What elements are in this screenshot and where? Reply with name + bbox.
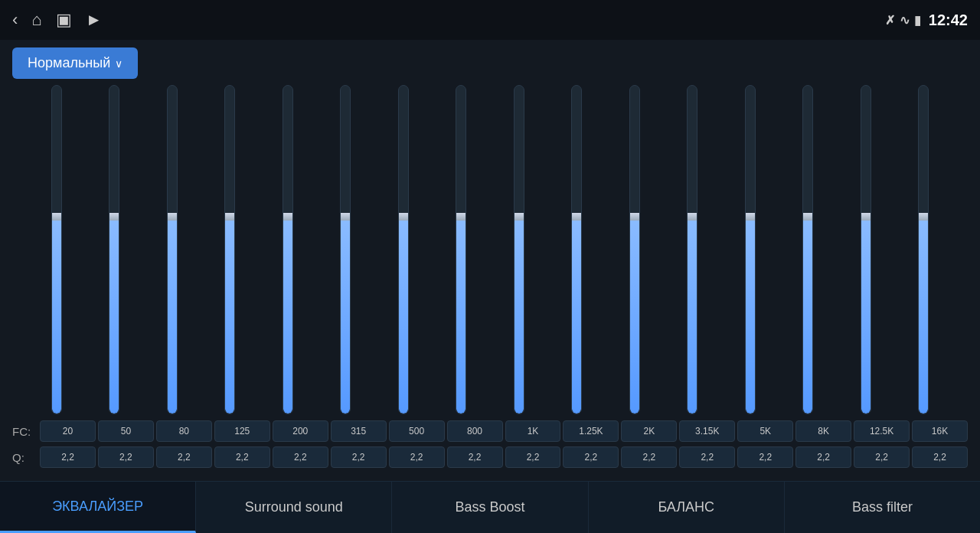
vertical-slider-9[interactable] [563, 85, 590, 414]
q-button-12[interactable]: 2,2 [737, 446, 793, 468]
slider-col-8 [490, 85, 548, 414]
slider-fill-4 [283, 217, 292, 414]
nav-tab-1[interactable]: Surround sound [196, 482, 392, 533]
slider-fill-0 [52, 217, 61, 414]
q-button-6[interactable]: 2,2 [389, 446, 445, 468]
vertical-slider-8[interactable] [505, 85, 533, 414]
nav-tab-0[interactable]: ЭКВАЛАЙЗЕР [0, 482, 196, 533]
slider-col-7 [433, 85, 491, 414]
slider-thumb-15[interactable] [918, 213, 929, 221]
vertical-slider-7[interactable] [447, 85, 475, 414]
q-buttons: 2,22,22,22,22,22,22,22,22,22,22,22,22,22… [40, 446, 968, 468]
slider-thumb-0[interactable] [51, 213, 62, 221]
fc-button-7[interactable]: 800 [447, 420, 503, 442]
slider-fill-3 [225, 217, 234, 414]
fc-button-11[interactable]: 3.15K [679, 420, 735, 442]
status-icons: ✗ ∿ ▮ [885, 13, 921, 28]
fc-buttons: 2050801252003155008001K1.25K2K3.15K5K8K1… [40, 420, 968, 442]
fc-button-0[interactable]: 20 [40, 420, 96, 442]
q-button-5[interactable]: 2,2 [331, 446, 387, 468]
fc-button-8[interactable]: 1K [505, 420, 561, 442]
vertical-slider-13[interactable] [794, 85, 822, 414]
slider-fill-10 [630, 217, 639, 414]
slider-thumb-14[interactable] [861, 213, 871, 221]
vertical-slider-4[interactable] [274, 85, 302, 414]
slider-thumb-4[interactable] [283, 213, 293, 221]
vertical-slider-3[interactable] [216, 85, 243, 414]
slider-thumb-11[interactable] [687, 213, 697, 221]
q-button-8[interactable]: 2,2 [505, 446, 561, 468]
nav-tab-4[interactable]: Bass filter [785, 482, 980, 533]
q-button-9[interactable]: 2,2 [563, 446, 619, 468]
slider-thumb-8[interactable] [514, 213, 524, 221]
q-button-3[interactable]: 2,2 [214, 446, 270, 468]
slider-thumb-7[interactable] [456, 213, 466, 221]
slider-thumb-13[interactable] [802, 213, 813, 221]
vertical-slider-11[interactable] [678, 85, 706, 414]
vertical-slider-0[interactable] [43, 85, 70, 414]
window-icon[interactable]: ▣ [56, 10, 72, 30]
fc-button-2[interactable]: 80 [156, 420, 212, 442]
slider-thumb-3[interactable] [224, 213, 235, 221]
vertical-slider-15[interactable] [910, 85, 937, 414]
vertical-slider-1[interactable] [100, 85, 128, 414]
q-button-13[interactable]: 2,2 [795, 446, 851, 468]
slider-track-11 [687, 85, 697, 414]
slider-thumb-6[interactable] [398, 213, 409, 221]
slider-track-7 [456, 85, 466, 414]
slider-fill-12 [746, 217, 755, 414]
q-label: Q: [12, 451, 40, 464]
q-button-11[interactable]: 2,2 [679, 446, 735, 468]
q-button-4[interactable]: 2,2 [273, 446, 328, 468]
q-button-7[interactable]: 2,2 [447, 446, 503, 468]
slider-thumb-12[interactable] [745, 213, 756, 221]
slider-col-5 [317, 85, 375, 414]
slider-fill-2 [168, 217, 177, 414]
q-button-15[interactable]: 2,2 [912, 446, 968, 468]
preset-label: Нормальный [28, 55, 110, 71]
slider-thumb-9[interactable] [571, 213, 582, 221]
preset-button[interactable]: Нормальный ∨ [12, 47, 138, 79]
nav-tab-3[interactable]: БАЛАНС [589, 482, 785, 533]
fc-button-5[interactable]: 315 [331, 420, 387, 442]
slider-thumb-1[interactable] [109, 213, 119, 221]
fc-label: FC: [12, 425, 40, 438]
vertical-slider-2[interactable] [158, 85, 186, 414]
fc-button-15[interactable]: 16K [912, 420, 968, 442]
fc-button-6[interactable]: 500 [389, 420, 445, 442]
fc-button-10[interactable]: 2K [621, 420, 677, 442]
slider-track-6 [398, 85, 409, 414]
vertical-slider-14[interactable] [852, 85, 880, 414]
q-button-2[interactable]: 2,2 [156, 446, 212, 468]
nav-tab-2[interactable]: Bass Boost [392, 482, 588, 533]
home-icon[interactable]: ⌂ [31, 10, 41, 30]
back-icon[interactable]: ‹ [12, 10, 18, 30]
vertical-slider-6[interactable] [390, 85, 417, 414]
fc-button-4[interactable]: 200 [273, 420, 328, 442]
fc-button-3[interactable]: 125 [214, 420, 270, 442]
fc-button-1[interactable]: 50 [98, 420, 154, 442]
q-button-1[interactable]: 2,2 [98, 446, 154, 468]
q-button-0[interactable]: 2,2 [40, 446, 96, 468]
slider-thumb-5[interactable] [340, 213, 351, 221]
slider-track-8 [514, 85, 524, 414]
q-button-14[interactable]: 2,2 [854, 446, 910, 468]
fc-button-9[interactable]: 1.25K [563, 420, 619, 442]
play-icon[interactable]: ► [86, 10, 103, 30]
fc-button-14[interactable]: 12.5K [854, 420, 910, 442]
fc-button-12[interactable]: 5K [737, 420, 793, 442]
slider-fill-6 [399, 217, 408, 414]
slider-fill-9 [572, 217, 581, 414]
q-button-10[interactable]: 2,2 [621, 446, 677, 468]
slider-track-1 [109, 85, 119, 414]
slider-thumb-10[interactable] [629, 213, 640, 221]
slider-track-4 [283, 85, 293, 414]
equalizer-area: FC: 2050801252003155008001K1.25K2K3.15K5… [12, 85, 968, 473]
fc-button-13[interactable]: 8K [795, 420, 851, 442]
vertical-slider-10[interactable] [621, 85, 648, 414]
vertical-slider-5[interactable] [332, 85, 359, 414]
vertical-slider-12[interactable] [737, 85, 764, 414]
sliders-container [12, 85, 968, 420]
wifi-icon: ∿ [900, 13, 910, 28]
slider-thumb-2[interactable] [167, 213, 178, 221]
